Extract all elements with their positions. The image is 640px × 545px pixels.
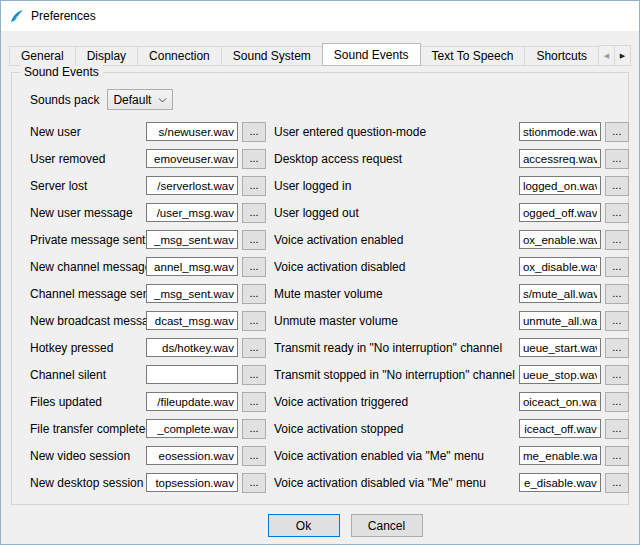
- event-label: Voice activation enabled: [274, 233, 519, 247]
- sound-event-row: Mute master volume...: [274, 280, 629, 307]
- browse-button[interactable]: ...: [242, 122, 266, 142]
- sound-file-input[interactable]: [519, 446, 601, 465]
- browse-button[interactable]: ...: [605, 257, 629, 277]
- event-label: Voice activation triggered: [274, 395, 519, 409]
- sounds-pack-value: Default: [113, 93, 151, 107]
- browse-button[interactable]: ...: [605, 230, 629, 250]
- sound-event-row: New channel message...: [30, 253, 266, 280]
- sound-event-row: New broadcast message...: [30, 307, 266, 334]
- event-label: File transfer complete: [30, 422, 146, 436]
- tab-display[interactable]: Display: [75, 46, 138, 66]
- browse-button[interactable]: ...: [605, 284, 629, 304]
- tab-sound-events[interactable]: Sound Events: [322, 43, 421, 66]
- sound-event-row: Channel message sent...: [30, 280, 266, 307]
- event-label: User entered question-mode: [274, 125, 519, 139]
- sound-file-input[interactable]: [146, 419, 238, 438]
- group-title: Sound Events: [20, 65, 103, 79]
- browse-button[interactable]: ...: [242, 311, 266, 331]
- sound-file-input[interactable]: [146, 365, 238, 384]
- sound-file-input[interactable]: [519, 122, 601, 141]
- event-label: User logged in: [274, 179, 519, 193]
- browse-button[interactable]: ...: [605, 473, 629, 493]
- sound-event-row: User logged out...: [274, 199, 629, 226]
- tab-text-to-speech[interactable]: Text To Speech: [420, 46, 526, 66]
- tab-general[interactable]: General: [9, 46, 76, 66]
- browse-button[interactable]: ...: [242, 149, 266, 169]
- sound-file-input[interactable]: [519, 338, 601, 357]
- sound-file-input[interactable]: [146, 203, 238, 222]
- sound-file-input[interactable]: [146, 257, 238, 276]
- browse-button[interactable]: ...: [242, 446, 266, 466]
- tab-scroll-left-button[interactable]: ◀: [598, 45, 615, 66]
- browse-button[interactable]: ...: [242, 473, 266, 493]
- event-label: Hotkey pressed: [30, 341, 146, 355]
- event-label: Unmute master volume: [274, 314, 519, 328]
- browse-button[interactable]: ...: [242, 392, 266, 412]
- sound-file-input[interactable]: [146, 122, 238, 141]
- browse-button[interactable]: ...: [242, 203, 266, 223]
- sound-file-input[interactable]: [146, 446, 238, 465]
- sound-file-input[interactable]: [519, 203, 601, 222]
- browse-button[interactable]: ...: [242, 338, 266, 358]
- sound-file-input[interactable]: [519, 365, 601, 384]
- window-title: Preferences: [31, 9, 96, 23]
- sound-file-input[interactable]: [519, 473, 601, 492]
- tab-connection[interactable]: Connection: [137, 46, 222, 66]
- sound-file-input[interactable]: [146, 149, 238, 168]
- sound-file-input[interactable]: [519, 149, 601, 168]
- sound-file-input[interactable]: [146, 392, 238, 411]
- browse-button[interactable]: ...: [605, 149, 629, 169]
- event-label: Private message sent: [30, 233, 146, 247]
- sounds-pack-dropdown[interactable]: Default: [107, 89, 173, 110]
- browse-button[interactable]: ...: [242, 230, 266, 250]
- sound-file-input[interactable]: [146, 230, 238, 249]
- browse-button[interactable]: ...: [242, 284, 266, 304]
- sound-file-input[interactable]: [519, 176, 601, 195]
- browse-button[interactable]: ...: [605, 392, 629, 412]
- sound-event-row: Server lost...: [30, 172, 266, 199]
- browse-button[interactable]: ...: [242, 257, 266, 277]
- tab-bar: GeneralDisplayConnectionSound SystemSoun…: [9, 43, 631, 66]
- tab-scroll-right-button[interactable]: ▶: [614, 45, 631, 66]
- sound-event-row: New desktop session...: [30, 469, 266, 496]
- event-label: Voice activation disabled: [274, 260, 519, 274]
- sound-event-row: Hotkey pressed...: [30, 334, 266, 361]
- sound-file-input[interactable]: [146, 338, 238, 357]
- tab-shortcuts[interactable]: Shortcuts: [524, 46, 599, 66]
- sound-event-row: Voice activation disabled via "Me" menu.…: [274, 469, 629, 496]
- sound-file-input[interactable]: [519, 419, 601, 438]
- browse-button[interactable]: ...: [605, 419, 629, 439]
- titlebar: Preferences: [1, 1, 639, 31]
- sound-file-input[interactable]: [519, 284, 601, 303]
- browse-button[interactable]: ...: [605, 122, 629, 142]
- browse-button[interactable]: ...: [605, 365, 629, 385]
- event-label: New broadcast message: [30, 314, 146, 328]
- browse-button[interactable]: ...: [242, 176, 266, 196]
- cancel-button[interactable]: Cancel: [351, 514, 423, 537]
- right-column: User entered question-mode...Desktop acc…: [274, 118, 629, 496]
- sound-file-input[interactable]: [519, 392, 601, 411]
- sound-event-row: Desktop access request...: [274, 145, 629, 172]
- sound-events-group: Sound Events Sounds pack Default New use…: [11, 72, 629, 505]
- sound-file-input[interactable]: [519, 230, 601, 249]
- browse-button[interactable]: ...: [605, 203, 629, 223]
- tab-sound-system[interactable]: Sound System: [221, 46, 323, 66]
- sound-file-input[interactable]: [146, 311, 238, 330]
- browse-button[interactable]: ...: [605, 446, 629, 466]
- sound-file-input[interactable]: [519, 311, 601, 330]
- sound-file-input[interactable]: [146, 176, 238, 195]
- tab-scrollers: ◀ ▶: [599, 45, 631, 66]
- browse-button[interactable]: ...: [605, 311, 629, 331]
- browse-button[interactable]: ...: [605, 338, 629, 358]
- event-label: User logged out: [274, 206, 519, 220]
- browse-button[interactable]: ...: [242, 419, 266, 439]
- sound-events-grid: New user...User removed...Server lost...…: [30, 118, 618, 496]
- sound-file-input[interactable]: [146, 473, 238, 492]
- sound-file-input[interactable]: [519, 257, 601, 276]
- ok-button[interactable]: Ok: [268, 514, 340, 537]
- sound-file-input[interactable]: [146, 284, 238, 303]
- browse-button[interactable]: ...: [605, 176, 629, 196]
- sound-event-row: Transmit stopped in "No interruption" ch…: [274, 361, 629, 388]
- sound-event-row: Voice activation enabled...: [274, 226, 629, 253]
- browse-button[interactable]: ...: [242, 365, 266, 385]
